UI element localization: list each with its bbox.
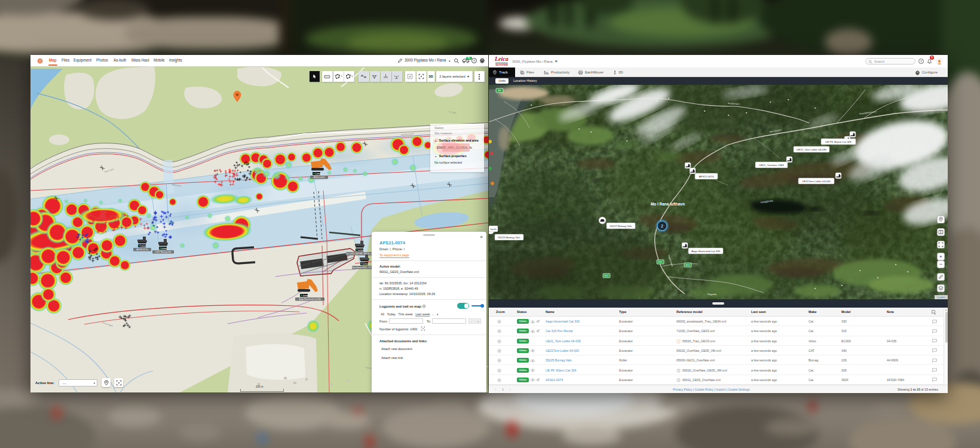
svg-text:Fagerlia: Fagerlia [708, 293, 717, 296]
svg-text:UE21Tore Lokke 04-040: UE21Tore Lokke 04-040 [802, 180, 831, 183]
svg-text:2: 2 [661, 224, 663, 228]
svg-text:Mo i Rana lufthavn: Mo i Rana lufthavn [651, 202, 685, 206]
svg-text:UE21_Tore Lokke 04-035: UE21_Tore Lokke 04-035 [797, 148, 826, 151]
svg-text:E12: E12 [658, 260, 663, 263]
svg-text:Leica: Leica [363, 263, 368, 265]
svg-text:Leica: Leica [161, 247, 167, 250]
svg-text:UE PK Shjem Cat 326: UE PK Shjem Cat 326 [825, 140, 852, 143]
svg-text:Aage Hoverstad Cat 330: Aage Hoverstad Cat 330 [691, 250, 721, 253]
svg-text:Leica: Leica [358, 249, 363, 251]
svg-text:55227 Bomag Vals: 55227 Bomag Vals [610, 225, 633, 228]
svg-text:55227 Bomag Valt: 55227 Bomag Valt [155, 251, 172, 253]
svg-text:E12: E12 [685, 263, 690, 266]
svg-text:E6: E6 [498, 89, 502, 92]
svg-text:itachi: itachi [490, 228, 496, 231]
svg-text:Leica: Leica [303, 294, 308, 297]
svg-text:AFS21-0074: AFS21-0074 [699, 175, 714, 178]
svg-text:55225 Bomag Vals: 55225 Bomag Vals [498, 236, 521, 239]
svg-text:AFS26 02 Va: AFS26 02 Va [136, 248, 148, 251]
svg-text:Vera DX#1200 VM - MK Maskin: Vera DX#1200 VM - MK Maskin [346, 253, 374, 255]
svg-text:AFS21-0074: AFS21-0074 [314, 176, 325, 179]
svg-text:E12: E12 [604, 274, 609, 277]
svg-text:Leica: Leica [140, 245, 146, 247]
svg-text:Aage Hoverstad Cat 330: Aage Hoverstad Cat 330 [299, 298, 320, 300]
svg-text:Leica: Leica [316, 173, 321, 175]
svg-text:UE21_Tvermes 2369: UE21_Tvermes 2369 [759, 164, 784, 167]
